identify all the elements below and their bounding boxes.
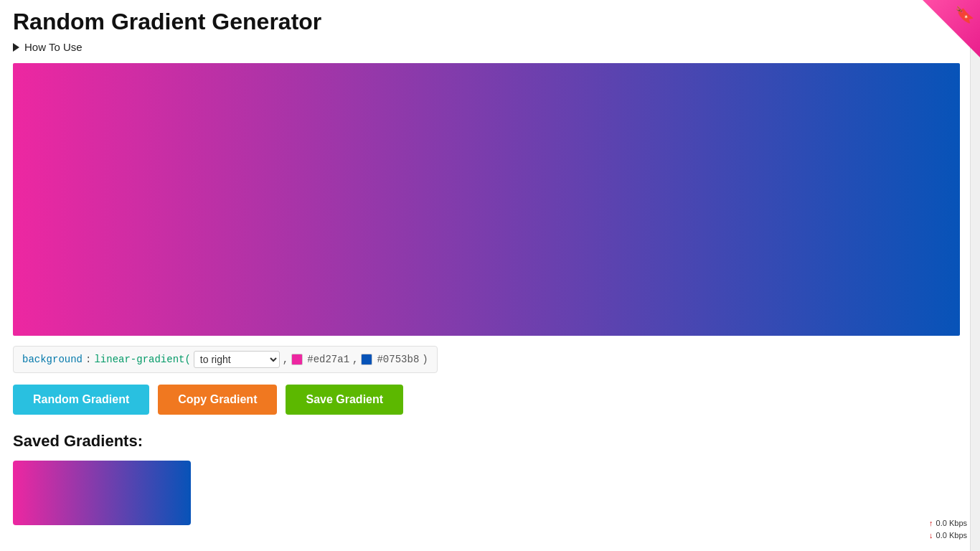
upload-icon: ↑ [929,517,933,530]
code-comma2: , [352,354,358,365]
css-code-bar: background : linear-gradient( to right t… [13,346,438,373]
code-close: ) [422,354,428,365]
upload-row: ↑ 0.0 Kbps [929,517,967,530]
expand-icon [13,43,19,52]
code-comma1: , [283,354,288,365]
download-row: ↓ 0.0 Kbps [929,529,967,542]
gradient-preview [13,63,960,336]
download-value: 0.0 Kbps [936,529,967,542]
code-color2: #0753b8 [377,354,419,365]
network-meter: ↑ 0.0 Kbps ↓ 0.0 Kbps [929,517,967,542]
random-gradient-button[interactable]: Random Gradient [13,385,149,415]
save-gradient-button[interactable]: Save Gradient [286,385,403,415]
saved-gradients-title: Saved Gradients: [13,432,967,451]
scrollbar-track[interactable] [970,0,980,551]
code-color1: #ed27a1 [307,354,349,365]
color1-swatch [291,354,303,365]
saved-gradient-item[interactable] [13,461,191,525]
download-icon: ↓ [929,529,933,542]
code-background: background [22,354,83,365]
saved-gradients-row [13,461,967,525]
bookmark-icon: 🔖 [955,6,974,24]
copy-gradient-button[interactable]: Copy Gradient [158,385,277,415]
upload-value: 0.0 Kbps [936,517,967,530]
direction-select[interactable]: to right to left to top to bottom to top… [194,351,280,368]
code-colon: : [85,354,91,365]
how-to-use-label: How To Use [24,41,83,53]
how-to-use-toggle[interactable]: How To Use [13,41,967,53]
color2-swatch [361,354,372,365]
action-buttons-row: Random Gradient Copy Gradient Save Gradi… [13,385,967,415]
page-title: Random Gradient Generator [13,9,967,35]
code-fn: linear-gradient( [94,354,190,365]
